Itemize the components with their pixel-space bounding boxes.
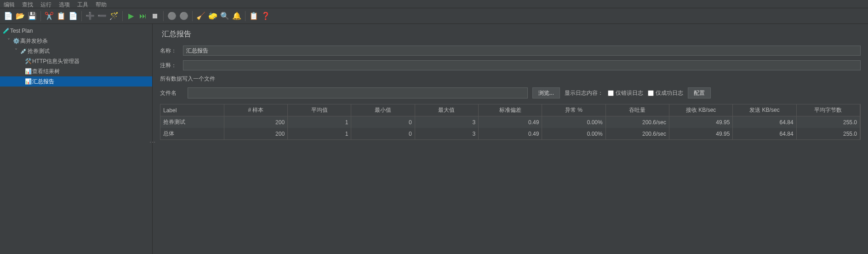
- chart-icon: 📊: [24, 78, 32, 85]
- cell-recv: 49.95: [669, 116, 733, 128]
- error-only-checkbox[interactable]: 仅错误日志: [608, 89, 643, 97]
- wand-icon[interactable]: 🪄: [108, 11, 120, 22]
- menu-help[interactable]: 帮助: [96, 1, 107, 7]
- tree-panel: 🧪 Test Plan ˅ ⚙️ 高并发秒杀 ˅ 💉 抢券测试 🛠️ HTTP信…: [0, 24, 153, 254]
- checkbox-label: 仅错误日志: [616, 89, 643, 97]
- minus-icon[interactable]: ➖: [97, 11, 108, 22]
- tree-item-testplan[interactable]: 🧪 Test Plan: [0, 26, 152, 36]
- file-input[interactable]: [188, 87, 528, 98]
- log-display-label: 显示日志内容：: [565, 89, 603, 97]
- cell-label: 抢券测试: [160, 116, 224, 128]
- cell-samples: 200: [224, 128, 287, 139]
- separator: [81, 11, 82, 21]
- file-label: 文件名: [160, 89, 183, 97]
- cut-icon[interactable]: ✂️: [44, 11, 55, 22]
- browse-button[interactable]: 浏览...: [532, 87, 560, 98]
- col-avg[interactable]: 平均值: [288, 104, 351, 116]
- col-samples[interactable]: # 样本: [224, 104, 287, 116]
- tree-item-summary-report[interactable]: 📊 汇总报告: [0, 76, 152, 87]
- cell-samples: 200: [224, 116, 287, 128]
- file-section-label: 所有数据写入一个文件: [160, 75, 861, 83]
- name-label: 名称：: [160, 47, 183, 55]
- cell-max: 3: [415, 128, 478, 139]
- expand-icon: ˅: [13, 48, 19, 54]
- new-icon[interactable]: 📄: [3, 11, 14, 22]
- cell-min: 0: [351, 128, 415, 139]
- run-next-icon[interactable]: ⏭: [137, 11, 148, 22]
- broom-icon[interactable]: 🧽: [207, 11, 218, 22]
- tree-label: HTTP信息头管理器: [32, 58, 80, 65]
- cell-throughput: 200.6/sec: [605, 116, 669, 128]
- tree-label: 汇总报告: [32, 78, 54, 86]
- col-max[interactable]: 最大值: [415, 104, 478, 116]
- cell-error: 0.00%: [542, 116, 605, 128]
- table-row[interactable]: 抢券测试 200 1 0 3 0.49 0.00% 200.6/sec 49.9…: [160, 116, 860, 128]
- tree-label: 高并发秒杀: [20, 37, 48, 45]
- stop-icon[interactable]: ⏹: [149, 11, 160, 22]
- flask-icon: 🧪: [2, 28, 10, 34]
- col-sent[interactable]: 发送 KB/sec: [733, 104, 796, 116]
- tree-label: Test Plan: [10, 28, 33, 34]
- clean-icon[interactable]: 🧹: [195, 11, 206, 22]
- tree-item-results-tree[interactable]: 📊 查看结果树: [0, 66, 152, 76]
- tree-item-sampler[interactable]: ˅ 💉 抢券测试: [0, 46, 152, 56]
- open-icon[interactable]: 📂: [15, 11, 26, 22]
- comment-label: 注释：: [160, 62, 183, 69]
- run-icon[interactable]: ▶: [126, 11, 137, 22]
- disabled1-icon: ⚪: [166, 11, 177, 22]
- col-bytes[interactable]: 平均字节数: [796, 104, 860, 116]
- col-recv[interactable]: 接收 KB/sec: [669, 104, 733, 116]
- find-icon[interactable]: 🔍: [219, 11, 230, 22]
- name-input[interactable]: [183, 46, 861, 56]
- col-label[interactable]: Label: [160, 104, 224, 116]
- report-icon[interactable]: 📋: [248, 11, 259, 22]
- config-button[interactable]: 配置: [688, 87, 711, 98]
- comment-input[interactable]: [183, 60, 861, 70]
- help-icon[interactable]: ❓: [260, 11, 271, 22]
- tree-item-header-manager[interactable]: 🛠️ HTTP信息头管理器: [0, 56, 152, 66]
- menu-find[interactable]: 查找: [22, 1, 33, 7]
- paste-icon[interactable]: 📄: [68, 11, 79, 22]
- col-stddev[interactable]: 标准偏差: [479, 104, 542, 116]
- separator: [245, 11, 246, 21]
- menu-run[interactable]: 运行: [40, 1, 51, 7]
- dropper-icon: 💉: [19, 48, 28, 54]
- wrench-icon: 🛠️: [24, 58, 32, 64]
- cell-avg: 1: [288, 128, 351, 139]
- col-min[interactable]: 最小值: [351, 104, 415, 116]
- col-error[interactable]: 异常 %: [542, 104, 605, 116]
- cell-label: 总体: [160, 128, 224, 139]
- tree-label: 抢券测试: [28, 47, 50, 55]
- menu-options[interactable]: 选项: [59, 1, 70, 7]
- menu-edit[interactable]: 编辑: [4, 1, 15, 7]
- content-panel: ⋮ 汇总报告 名称： 注释： 所有数据写入一个文件 文件名 浏览... 显示日志…: [153, 24, 868, 254]
- table-row[interactable]: 总体 200 1 0 3 0.49 0.00% 200.6/sec 49.95 …: [160, 128, 860, 139]
- plus-icon[interactable]: ➕: [85, 11, 96, 22]
- separator: [40, 11, 41, 21]
- toolbar: 📄 📂 💾 ✂️ 📋 📄 ➕ ➖ 🪄 ▶ ⏭ ⏹ ⚪ ⚪ 🧹 🧽 🔍 🔔 📋 ❓: [0, 8, 868, 24]
- cell-max: 3: [415, 116, 478, 128]
- menubar: 编辑 查找 运行 选项 工具 帮助: [0, 0, 868, 8]
- gear-icon: ⚙️: [12, 38, 20, 44]
- cell-bytes: 255.0: [796, 128, 860, 139]
- menu-tools[interactable]: 工具: [77, 1, 88, 7]
- separator: [122, 11, 123, 21]
- cell-error: 0.00%: [542, 128, 605, 139]
- cell-avg: 1: [288, 116, 351, 128]
- tree-item-threadgroup[interactable]: ˅ ⚙️ 高并发秒杀: [0, 36, 152, 46]
- bell-icon[interactable]: 🔔: [231, 11, 242, 22]
- cell-sent: 64.84: [733, 128, 796, 139]
- cell-stddev: 0.49: [479, 116, 542, 128]
- splitter-grip-icon[interactable]: ⋮: [149, 139, 156, 145]
- save-icon[interactable]: 💾: [27, 11, 38, 22]
- checkbox-icon[interactable]: [648, 90, 654, 96]
- expand-icon: ˅: [6, 38, 12, 44]
- panel-title: 汇总报告: [160, 29, 861, 39]
- col-throughput[interactable]: 吞吐量: [605, 104, 669, 116]
- checkbox-label: 仅成功日志: [656, 89, 683, 97]
- copy-icon[interactable]: 📋: [56, 11, 67, 22]
- cell-stddev: 0.49: [479, 128, 542, 139]
- checkbox-icon[interactable]: [608, 90, 614, 96]
- success-only-checkbox[interactable]: 仅成功日志: [648, 89, 683, 97]
- disabled2-icon: ⚪: [178, 11, 189, 22]
